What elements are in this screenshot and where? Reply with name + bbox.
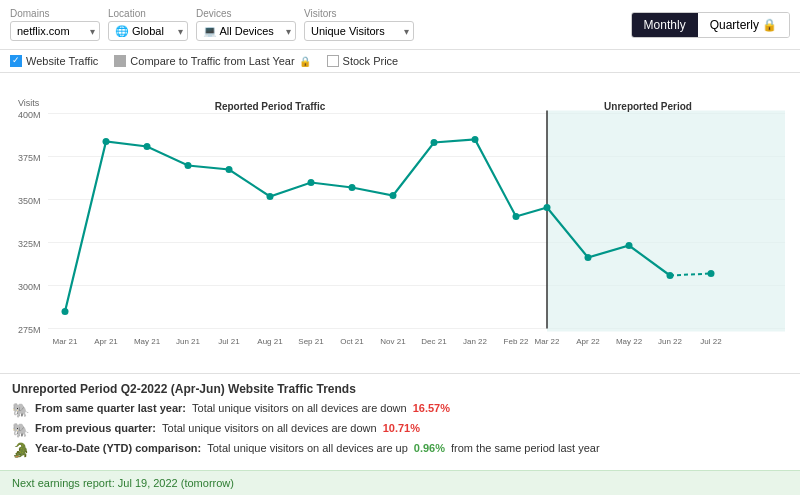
domains-select[interactable]: netflix.com — [10, 21, 100, 41]
svg-point-36 — [103, 138, 110, 145]
location-filter: Location 🌐 Global — [108, 8, 188, 41]
chart-area: 400M 375M 350M 325M 300M 275M Visits Rep… — [0, 73, 800, 373]
visitors-select[interactable]: Unique Visitors — [304, 21, 414, 41]
summary-row-1: 🐘 From same quarter last year: Total uni… — [12, 402, 788, 418]
svg-text:Dec 21: Dec 21 — [421, 337, 447, 346]
footer-bar: Next earnings report: Jul 19, 2022 (tomo… — [0, 470, 800, 495]
row3-icon: 🐊 — [12, 442, 29, 458]
row1-prefix: From same quarter last year: — [35, 402, 186, 414]
svg-point-45 — [472, 136, 479, 143]
svg-text:Oct 21: Oct 21 — [340, 337, 364, 346]
monthly-button[interactable]: Monthly — [632, 13, 698, 37]
visitors-label: Visitors — [304, 8, 414, 19]
svg-text:400M: 400M — [18, 110, 41, 120]
summary-section: Unreported Period Q2-2022 (Apr-Jun) Webs… — [0, 373, 800, 470]
row2-value: 10.71% — [383, 422, 420, 434]
compare-traffic-checkbox[interactable] — [114, 55, 126, 67]
row3-value: 0.96% — [414, 442, 445, 454]
svg-text:Jun 22: Jun 22 — [658, 337, 683, 346]
domains-filter: Domains netflix.com — [10, 8, 100, 41]
svg-text:Visits: Visits — [18, 98, 40, 108]
legend-bar: Website Traffic Compare to Traffic from … — [0, 50, 800, 73]
period-buttons: Monthly Quarterly 🔒 — [631, 12, 790, 38]
quarterly-label: Quarterly — [710, 18, 759, 32]
svg-text:375M: 375M — [18, 153, 41, 163]
svg-text:Feb 22: Feb 22 — [504, 337, 529, 346]
quarterly-button[interactable]: Quarterly 🔒 — [698, 13, 789, 37]
svg-point-39 — [226, 166, 233, 173]
row1-middle: Total unique visitors on all devices are… — [192, 402, 407, 414]
svg-point-40 — [267, 193, 274, 200]
svg-text:Apr 21: Apr 21 — [94, 337, 118, 346]
top-bar: Domains netflix.com Location 🌐 Global De… — [0, 0, 800, 50]
svg-rect-13 — [547, 111, 785, 332]
summary-title: Unreported Period Q2-2022 (Apr-Jun) Webs… — [12, 382, 788, 396]
domains-label: Domains — [10, 8, 100, 19]
svg-point-51 — [708, 270, 715, 277]
svg-text:Unreported Period: Unreported Period — [604, 101, 692, 112]
svg-text:300M: 300M — [18, 282, 41, 292]
devices-select[interactable]: 💻 All Devices — [196, 21, 296, 41]
svg-point-37 — [144, 143, 151, 150]
svg-text:May 22: May 22 — [616, 337, 643, 346]
stock-price-label: Stock Price — [343, 55, 399, 67]
svg-text:Sep 21: Sep 21 — [298, 337, 324, 346]
row2-prefix: From previous quarter: — [35, 422, 156, 434]
svg-text:Jun 21: Jun 21 — [176, 337, 201, 346]
row1-value: 16.57% — [413, 402, 450, 414]
svg-point-49 — [626, 242, 633, 249]
website-traffic-toggle[interactable]: Website Traffic — [10, 55, 98, 67]
location-select[interactable]: 🌐 Global — [108, 21, 188, 41]
location-label: Location — [108, 8, 188, 19]
compare-traffic-toggle[interactable]: Compare to Traffic from Last Year 🔒 — [114, 55, 310, 67]
row3-prefix: Year-to-Date (YTD) comparison: — [35, 442, 201, 454]
svg-text:350M: 350M — [18, 196, 41, 206]
svg-point-50 — [667, 272, 674, 279]
svg-text:Jul 22: Jul 22 — [700, 337, 722, 346]
svg-text:Nov 21: Nov 21 — [380, 337, 406, 346]
row2-middle: Total unique visitors on all devices are… — [162, 422, 377, 434]
row3-suffix: from the same period last year — [451, 442, 600, 454]
svg-text:Mar 21: Mar 21 — [53, 337, 78, 346]
row1-icon: 🐘 — [12, 402, 29, 418]
svg-point-41 — [308, 179, 315, 186]
svg-point-44 — [431, 139, 438, 146]
website-traffic-checkbox[interactable] — [10, 55, 22, 67]
visitors-filter: Visitors Unique Visitors — [304, 8, 414, 41]
compare-lock-icon: 🔒 — [299, 56, 311, 67]
svg-text:Apr 22: Apr 22 — [576, 337, 600, 346]
row3-middle: Total unique visitors on all devices are… — [207, 442, 408, 454]
svg-text:275M: 275M — [18, 325, 41, 335]
svg-text:325M: 325M — [18, 239, 41, 249]
svg-point-48 — [585, 254, 592, 261]
devices-filter: Devices 💻 All Devices — [196, 8, 296, 41]
svg-point-42 — [349, 184, 356, 191]
svg-text:Reported Period Traffic: Reported Period Traffic — [215, 101, 326, 112]
stock-price-checkbox[interactable] — [327, 55, 339, 67]
svg-text:Jul 21: Jul 21 — [218, 337, 240, 346]
website-traffic-label: Website Traffic — [26, 55, 98, 67]
summary-row-2: 🐘 From previous quarter: Total unique vi… — [12, 422, 788, 438]
svg-point-43 — [390, 192, 397, 199]
svg-text:Aug 21: Aug 21 — [257, 337, 283, 346]
svg-text:Jan 22: Jan 22 — [463, 337, 488, 346]
svg-point-46 — [513, 213, 520, 220]
svg-text:Mar 22: Mar 22 — [535, 337, 560, 346]
lock-icon: 🔒 — [762, 18, 777, 32]
svg-point-47 — [544, 204, 551, 211]
row2-icon: 🐘 — [12, 422, 29, 438]
devices-label: Devices — [196, 8, 296, 19]
compare-traffic-label: Compare to Traffic from Last Year — [130, 55, 294, 67]
svg-text:May 21: May 21 — [134, 337, 161, 346]
footer-text: Next earnings report: Jul 19, 2022 (tomo… — [12, 477, 234, 489]
svg-point-38 — [185, 162, 192, 169]
svg-point-35 — [62, 308, 69, 315]
main-chart: 400M 375M 350M 325M 300M 275M Visits Rep… — [10, 78, 790, 373]
summary-row-3: 🐊 Year-to-Date (YTD) comparison: Total u… — [12, 442, 788, 458]
stock-price-toggle[interactable]: Stock Price — [327, 55, 399, 67]
